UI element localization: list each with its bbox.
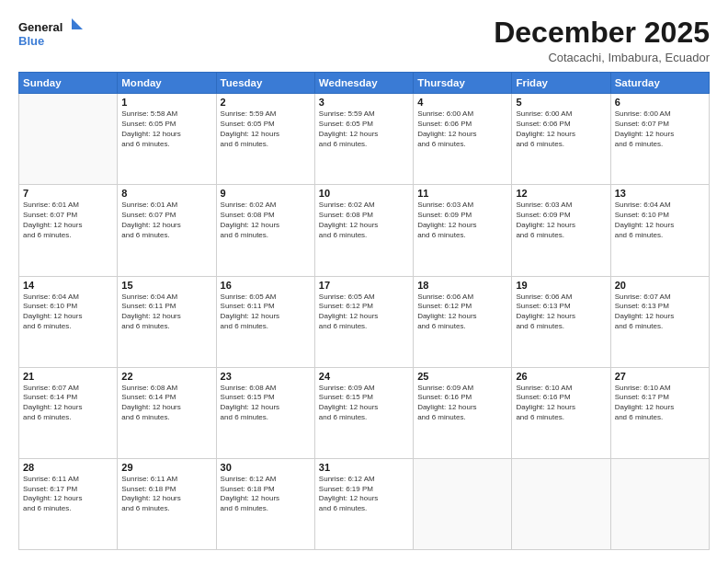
weekday-header-monday: Monday bbox=[118, 73, 216, 94]
calendar-cell bbox=[414, 458, 512, 549]
title-block: December 2025 Cotacachi, Imbabura, Ecuad… bbox=[494, 17, 710, 64]
day-info: Sunrise: 6:06 AMSunset: 6:13 PMDaylight:… bbox=[516, 293, 606, 332]
day-info: Sunrise: 5:59 AMSunset: 6:05 PMDaylight:… bbox=[319, 109, 409, 149]
calendar-week-5: 28Sunrise: 6:11 AMSunset: 6:17 PMDayligh… bbox=[19, 458, 710, 549]
calendar-table: SundayMondayTuesdayWednesdayThursdayFrid… bbox=[18, 72, 710, 550]
svg-text:Blue: Blue bbox=[18, 34, 44, 48]
calendar-cell bbox=[19, 94, 118, 185]
day-info: Sunrise: 6:02 AMSunset: 6:08 PMDaylight:… bbox=[319, 201, 409, 240]
day-number: 19 bbox=[516, 280, 606, 291]
page: General Blue December 2025 Cotacachi, Im… bbox=[0, 0, 728, 563]
day-info: Sunrise: 6:07 AMSunset: 6:13 PMDaylight:… bbox=[615, 293, 705, 332]
day-info: Sunrise: 5:58 AMSunset: 6:05 PMDaylight:… bbox=[121, 109, 211, 149]
calendar-cell: 23Sunrise: 6:08 AMSunset: 6:15 PMDayligh… bbox=[216, 367, 314, 458]
calendar-cell: 11Sunrise: 6:03 AMSunset: 6:09 PMDayligh… bbox=[414, 185, 512, 276]
calendar-cell: 25Sunrise: 6:09 AMSunset: 6:16 PMDayligh… bbox=[414, 367, 512, 458]
day-info: Sunrise: 6:07 AMSunset: 6:14 PMDaylight:… bbox=[23, 384, 113, 423]
calendar-cell: 22Sunrise: 6:08 AMSunset: 6:14 PMDayligh… bbox=[118, 367, 216, 458]
calendar-cell: 31Sunrise: 6:12 AMSunset: 6:19 PMDayligh… bbox=[314, 458, 413, 549]
calendar-cell: 14Sunrise: 6:04 AMSunset: 6:10 PMDayligh… bbox=[19, 276, 118, 367]
calendar-cell: 19Sunrise: 6:06 AMSunset: 6:13 PMDayligh… bbox=[512, 276, 610, 367]
calendar-week-3: 14Sunrise: 6:04 AMSunset: 6:10 PMDayligh… bbox=[19, 276, 710, 367]
day-info: Sunrise: 6:02 AMSunset: 6:08 PMDaylight:… bbox=[221, 201, 311, 240]
day-info: Sunrise: 6:04 AMSunset: 6:10 PMDaylight:… bbox=[615, 201, 705, 240]
day-number: 24 bbox=[319, 371, 409, 382]
day-number: 10 bbox=[319, 188, 409, 199]
day-number: 16 bbox=[221, 280, 311, 291]
day-number: 11 bbox=[417, 188, 507, 199]
day-number: 9 bbox=[221, 188, 311, 199]
day-info: Sunrise: 6:01 AMSunset: 6:07 PMDaylight:… bbox=[121, 201, 211, 240]
calendar-cell: 10Sunrise: 6:02 AMSunset: 6:08 PMDayligh… bbox=[314, 185, 413, 276]
calendar-cell: 21Sunrise: 6:07 AMSunset: 6:14 PMDayligh… bbox=[19, 367, 118, 458]
calendar-cell: 24Sunrise: 6:09 AMSunset: 6:15 PMDayligh… bbox=[314, 367, 413, 458]
day-number: 1 bbox=[121, 97, 211, 108]
calendar-cell: 28Sunrise: 6:11 AMSunset: 6:17 PMDayligh… bbox=[19, 458, 118, 549]
calendar-cell: 6Sunrise: 6:00 AMSunset: 6:07 PMDaylight… bbox=[610, 94, 709, 185]
calendar-cell: 2Sunrise: 5:59 AMSunset: 6:05 PMDaylight… bbox=[216, 94, 314, 185]
weekday-header-tuesday: Tuesday bbox=[216, 73, 314, 94]
day-number: 23 bbox=[221, 371, 311, 382]
calendar-cell: 5Sunrise: 6:00 AMSunset: 6:06 PMDaylight… bbox=[512, 94, 610, 185]
calendar-cell: 16Sunrise: 6:05 AMSunset: 6:11 PMDayligh… bbox=[216, 276, 314, 367]
calendar-cell: 7Sunrise: 6:01 AMSunset: 6:07 PMDaylight… bbox=[19, 185, 118, 276]
svg-marker-2 bbox=[72, 18, 83, 29]
calendar-week-1: 1Sunrise: 5:58 AMSunset: 6:05 PMDaylight… bbox=[19, 94, 710, 185]
day-number: 6 bbox=[615, 97, 705, 108]
calendar-cell: 18Sunrise: 6:06 AMSunset: 6:12 PMDayligh… bbox=[414, 276, 512, 367]
day-number: 28 bbox=[23, 462, 113, 473]
day-number: 3 bbox=[319, 97, 409, 108]
day-number: 18 bbox=[417, 280, 507, 291]
weekday-header-saturday: Saturday bbox=[610, 73, 709, 94]
calendar-cell: 26Sunrise: 6:10 AMSunset: 6:16 PMDayligh… bbox=[512, 367, 610, 458]
weekday-header-wednesday: Wednesday bbox=[314, 73, 413, 94]
day-number: 29 bbox=[121, 462, 211, 473]
calendar-cell: 1Sunrise: 5:58 AMSunset: 6:05 PMDaylight… bbox=[118, 94, 216, 185]
calendar-cell: 20Sunrise: 6:07 AMSunset: 6:13 PMDayligh… bbox=[610, 276, 709, 367]
day-number: 25 bbox=[417, 371, 507, 382]
calendar-cell: 29Sunrise: 6:11 AMSunset: 6:18 PMDayligh… bbox=[118, 458, 216, 549]
day-info: Sunrise: 6:01 AMSunset: 6:07 PMDaylight:… bbox=[23, 201, 113, 240]
day-info: Sunrise: 6:08 AMSunset: 6:14 PMDaylight:… bbox=[121, 384, 211, 423]
subtitle: Cotacachi, Imbabura, Ecuador bbox=[494, 51, 710, 64]
day-info: Sunrise: 6:04 AMSunset: 6:11 PMDaylight:… bbox=[121, 293, 211, 332]
calendar-cell: 12Sunrise: 6:03 AMSunset: 6:09 PMDayligh… bbox=[512, 185, 610, 276]
day-info: Sunrise: 6:09 AMSunset: 6:15 PMDaylight:… bbox=[319, 384, 409, 423]
day-number: 26 bbox=[516, 371, 606, 382]
day-number: 7 bbox=[23, 188, 113, 199]
day-number: 2 bbox=[221, 97, 311, 108]
calendar-cell bbox=[512, 458, 610, 549]
day-number: 20 bbox=[615, 280, 705, 291]
day-number: 8 bbox=[121, 188, 211, 199]
day-info: Sunrise: 6:04 AMSunset: 6:10 PMDaylight:… bbox=[23, 293, 113, 332]
day-number: 12 bbox=[516, 188, 606, 199]
calendar-week-4: 21Sunrise: 6:07 AMSunset: 6:14 PMDayligh… bbox=[19, 367, 710, 458]
calendar-cell: 27Sunrise: 6:10 AMSunset: 6:17 PMDayligh… bbox=[610, 367, 709, 458]
day-info: Sunrise: 6:12 AMSunset: 6:18 PMDaylight:… bbox=[221, 475, 311, 514]
day-info: Sunrise: 6:03 AMSunset: 6:09 PMDaylight:… bbox=[417, 201, 507, 240]
calendar-cell: 9Sunrise: 6:02 AMSunset: 6:08 PMDaylight… bbox=[216, 185, 314, 276]
svg-text:General: General bbox=[18, 20, 63, 34]
calendar-cell bbox=[610, 458, 709, 549]
day-info: Sunrise: 6:12 AMSunset: 6:19 PMDaylight:… bbox=[319, 475, 409, 514]
weekday-header-sunday: Sunday bbox=[19, 73, 118, 94]
calendar-header-row: SundayMondayTuesdayWednesdayThursdayFrid… bbox=[19, 73, 710, 94]
day-info: Sunrise: 6:00 AMSunset: 6:06 PMDaylight:… bbox=[516, 109, 606, 149]
day-number: 5 bbox=[516, 97, 606, 108]
day-info: Sunrise: 6:09 AMSunset: 6:16 PMDaylight:… bbox=[417, 384, 507, 423]
header: General Blue December 2025 Cotacachi, Im… bbox=[18, 17, 710, 64]
day-info: Sunrise: 6:10 AMSunset: 6:16 PMDaylight:… bbox=[516, 384, 606, 423]
calendar-cell: 8Sunrise: 6:01 AMSunset: 6:07 PMDaylight… bbox=[118, 185, 216, 276]
day-number: 4 bbox=[417, 97, 507, 108]
calendar-cell: 30Sunrise: 6:12 AMSunset: 6:18 PMDayligh… bbox=[216, 458, 314, 549]
calendar-cell: 4Sunrise: 6:00 AMSunset: 6:06 PMDaylight… bbox=[414, 94, 512, 185]
weekday-header-thursday: Thursday bbox=[414, 73, 512, 94]
day-info: Sunrise: 6:06 AMSunset: 6:12 PMDaylight:… bbox=[417, 293, 507, 332]
calendar-cell: 17Sunrise: 6:05 AMSunset: 6:12 PMDayligh… bbox=[314, 276, 413, 367]
weekday-header-friday: Friday bbox=[512, 73, 610, 94]
day-info: Sunrise: 6:00 AMSunset: 6:07 PMDaylight:… bbox=[615, 109, 705, 149]
day-info: Sunrise: 6:11 AMSunset: 6:18 PMDaylight:… bbox=[121, 475, 211, 514]
day-number: 15 bbox=[121, 280, 211, 291]
calendar-cell: 15Sunrise: 6:04 AMSunset: 6:11 PMDayligh… bbox=[118, 276, 216, 367]
day-info: Sunrise: 6:05 AMSunset: 6:11 PMDaylight:… bbox=[221, 293, 311, 332]
